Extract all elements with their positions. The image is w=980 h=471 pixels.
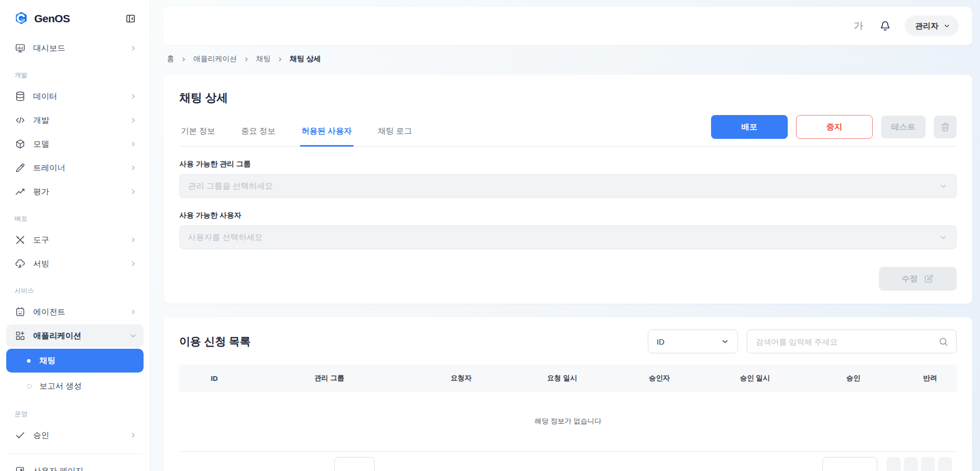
application-icon <box>15 330 26 341</box>
pagination-first-button[interactable] <box>887 457 901 471</box>
sidebar-item-user-page[interactable]: 사용자 페이지 <box>6 460 144 471</box>
sidebar-subitem-report[interactable]: 보고서 생성 <box>6 374 144 398</box>
sidebar: GenOS 대시보드 개발 <box>0 0 150 471</box>
pagination-prev-control[interactable] <box>334 457 375 471</box>
edit-button-label: 수정 <box>902 274 918 284</box>
user-page-icon <box>15 465 26 471</box>
stop-button[interactable]: 중지 <box>796 115 873 139</box>
evaluation-icon <box>15 186 26 197</box>
chevron-right-icon <box>129 260 137 268</box>
chevron-right-icon <box>244 56 249 62</box>
table-header-row: ID 관리 그룹 요청자 요청 일시 승인자 승인 일시 승인 반려 <box>179 365 957 392</box>
chevron-right-icon <box>129 92 137 101</box>
request-list-controls: ID <box>648 330 957 353</box>
sidebar-section-operations: 운영 <box>6 399 144 423</box>
chevron-down-icon <box>943 22 950 30</box>
column-header-reject: 반려 <box>904 365 957 392</box>
deploy-button[interactable]: 배포 <box>711 115 788 139</box>
sidebar-item-develop[interactable]: 개발 <box>6 109 144 132</box>
chevron-down-icon <box>939 233 948 242</box>
column-header-request-date: 요청 일시 <box>513 365 612 392</box>
test-button[interactable]: 테스트 <box>881 116 926 138</box>
pagination-previous-button[interactable] <box>904 457 918 471</box>
sidebar-subitem-label: 보고서 생성 <box>39 381 82 392</box>
tab-basic-info[interactable]: 기본 정보 <box>179 118 217 146</box>
sidebar-item-label: 서빙 <box>33 259 49 269</box>
code-icon <box>15 115 26 126</box>
sidebar-item-approval[interactable]: 승인 <box>6 424 144 447</box>
search-input[interactable] <box>756 337 933 346</box>
chevron-right-icon <box>129 44 137 52</box>
edit-pencil-icon <box>924 274 934 284</box>
tab-chat-log[interactable]: 채팅 로그 <box>376 118 414 146</box>
app-name: GenOS <box>34 12 70 25</box>
chevron-right-icon <box>181 56 187 62</box>
sidebar-section-deploy: 배포 <box>6 204 144 227</box>
sidebar-section-service: 서비스 <box>6 276 144 299</box>
breadcrumb-chat[interactable]: 채팅 <box>256 54 271 64</box>
breadcrumb: 홈 애플리케이션 채팅 채팅 상세 <box>164 45 972 64</box>
sidebar-item-model[interactable]: 모델 <box>6 133 144 155</box>
sidebar-subitem-label: 채팅 <box>39 355 55 366</box>
column-header-requester: 요청자 <box>409 365 513 392</box>
sidebar-subitem-chat[interactable]: 채팅 <box>6 349 144 373</box>
chevron-right-icon <box>129 116 137 124</box>
serving-icon <box>15 258 26 269</box>
sidebar-collapse-icon[interactable] <box>124 12 137 25</box>
top-header-bar: 가 관리자 <box>164 7 972 45</box>
sidebar-item-dashboard[interactable]: 대시보드 <box>6 37 144 60</box>
group-field-label: 사용 가능한 관리 그룹 <box>179 160 957 169</box>
sidebar-item-data[interactable]: 데이터 <box>6 85 144 108</box>
tab-allowed-users[interactable]: 허용된 사용자 <box>300 118 353 146</box>
chevron-right-icon <box>277 56 283 62</box>
pagination-bar <box>179 457 957 471</box>
empty-state-message: 해당 정보가 없습니다 <box>179 392 957 451</box>
profile-menu[interactable]: 관리자 <box>905 16 959 36</box>
sidebar-item-application[interactable]: 애플리케이션 <box>6 324 144 347</box>
sidebar-item-tools[interactable]: 도구 <box>6 229 144 251</box>
chat-detail-card: 채팅 상세 기본 정보 중요 정보 허용된 사용자 채팅 로그 배포 중지 테스… <box>164 75 972 304</box>
group-select[interactable]: 관리 그룹을 선택하세요 <box>179 174 957 198</box>
tabs-row: 기본 정보 중요 정보 허용된 사용자 채팅 로그 배포 중지 테스트 <box>179 115 957 147</box>
pagination-page-size-select[interactable] <box>822 457 877 471</box>
logo-row: GenOS <box>0 0 150 35</box>
sidebar-item-evaluation[interactable]: 평가 <box>6 180 144 203</box>
sidebar-item-label: 데이터 <box>33 91 58 102</box>
column-header-approve: 승인 <box>803 365 904 392</box>
dashboard-icon <box>15 42 26 54</box>
request-list-title: 이용 신청 목록 <box>179 334 251 349</box>
trainer-icon <box>15 162 26 174</box>
edit-button[interactable]: 수정 <box>879 267 957 291</box>
tools-icon <box>15 234 26 246</box>
pagination-last-button[interactable] <box>938 457 952 471</box>
search-icon[interactable] <box>938 336 949 347</box>
sidebar-item-trainer[interactable]: 트레이너 <box>6 156 144 179</box>
request-list-card: 이용 신청 목록 ID <box>164 317 972 471</box>
column-header-group: 관리 그룹 <box>249 365 409 392</box>
chevron-down-icon <box>939 181 948 191</box>
allowed-users-form: 사용 가능한 관리 그룹 관리 그룹을 선택하세요 사용 가능한 사용자 사용자… <box>179 160 957 291</box>
pagination-nav-buttons <box>887 457 952 471</box>
breadcrumb-current: 채팅 상세 <box>290 54 321 64</box>
sidebar-item-label: 에이전트 <box>33 307 65 318</box>
tab-important-info[interactable]: 중요 정보 <box>239 118 277 146</box>
font-size-toggle[interactable]: 가 <box>854 19 863 33</box>
agent-icon <box>15 306 26 318</box>
search-field-selected: ID <box>657 337 664 346</box>
edit-row: 수정 <box>179 267 957 291</box>
genos-logo-icon <box>13 11 29 26</box>
notifications-bell-icon[interactable] <box>879 20 891 32</box>
user-select[interactable]: 사용자를 선택하세요 <box>179 225 957 249</box>
request-table: ID 관리 그룹 요청자 요청 일시 승인자 승인 일시 승인 반려 해당 정보… <box>179 365 957 452</box>
pagination-next-button[interactable] <box>921 457 935 471</box>
chevron-right-icon <box>129 308 137 316</box>
sidebar-item-serving[interactable]: 서빙 <box>6 252 144 275</box>
search-field-select[interactable]: ID <box>648 330 738 353</box>
profile-label: 관리자 <box>915 21 939 31</box>
breadcrumb-home[interactable]: 홈 <box>167 54 174 64</box>
breadcrumb-application[interactable]: 애플리케이션 <box>193 54 237 64</box>
sidebar-item-label: 애플리케이션 <box>33 331 81 341</box>
chevron-down-icon <box>129 332 137 340</box>
delete-button[interactable] <box>934 116 957 138</box>
sidebar-item-agent[interactable]: 에이전트 <box>6 301 144 323</box>
